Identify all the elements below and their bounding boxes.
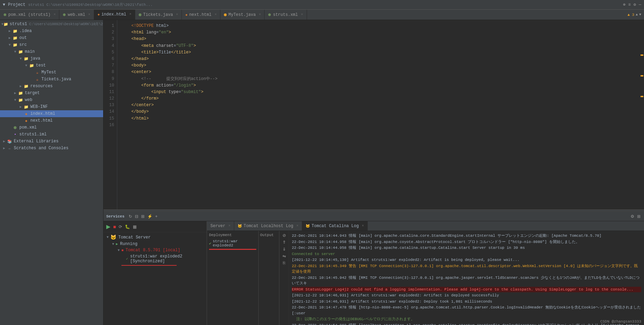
tab-web-xml[interactable]: ⬢ web.xml × bbox=[59, 10, 94, 20]
html-icon-next: ◆ bbox=[23, 118, 29, 123]
tree-index-html[interactable]: ◆ index.html bbox=[0, 110, 103, 117]
tree-mytest[interactable]: ☕ MyTest bbox=[0, 69, 103, 76]
debug-btn[interactable]: 🐛 bbox=[124, 224, 131, 230]
expand-arrow-ext: ▶ bbox=[1, 139, 7, 143]
tree-struts1-root[interactable]: ▼ 📁 struts1 C:\Users\U100926\Desktop\WOR… bbox=[0, 21, 103, 28]
tree-external-libs[interactable]: ▶ 📚 External Libraries bbox=[0, 138, 103, 145]
tab-server[interactable]: Server × bbox=[207, 221, 234, 231]
tab-index-html[interactable]: ◆ index.html × bbox=[94, 10, 135, 20]
tree-main[interactable]: ▼ 📁 main bbox=[0, 48, 103, 55]
folder-icon-src: 📁 bbox=[12, 42, 18, 48]
tree-target[interactable]: ▶ 📁 target bbox=[0, 90, 103, 97]
services-tree: ▼ 🐱 Tomcat Server ▼ ▶ Running ▼ ■ T bbox=[103, 232, 207, 325]
close-catalina-tab[interactable]: × bbox=[362, 224, 364, 228]
mytest-dot bbox=[224, 13, 227, 16]
tree-test[interactable]: ▼ 📁 test bbox=[0, 62, 103, 69]
close-tab-struts[interactable]: × bbox=[301, 13, 303, 17]
output-body: Deployment ✔ struts1:war exploded2 Outpu… bbox=[207, 231, 644, 325]
align-icon[interactable]: ≡ bbox=[628, 2, 631, 7]
code-line-6: </head> bbox=[121, 56, 635, 62]
svc-artifact[interactable]: ✓ struts1:war exploded2 [Synchronized] bbox=[103, 253, 207, 264]
tree-resources[interactable]: ▶ 📁 resources bbox=[0, 83, 103, 90]
tree-scratches[interactable]: ▶ ✏ Scratches and Consoles bbox=[0, 145, 103, 152]
close-tab-tickets[interactable]: × bbox=[176, 13, 178, 17]
tree-web[interactable]: ▼ 📁 web bbox=[0, 97, 103, 103]
add-service-btn[interactable]: + bbox=[155, 213, 158, 220]
copy-btn[interactable]: ⎘ bbox=[283, 261, 285, 265]
arrow-up-icon[interactable]: ▲ bbox=[636, 13, 638, 17]
main-layout: ▼ 📁 struts1 C:\Users\U100926\Desktop\WOR… bbox=[0, 20, 644, 325]
tree-java[interactable]: ▼ 📁 java bbox=[0, 55, 103, 62]
filter-btn[interactable]: ⚡ bbox=[147, 213, 153, 220]
tab-next-html[interactable]: ◆ next.html × bbox=[182, 10, 220, 20]
log-line: ERROR StatusLogger Log4j2 could not find… bbox=[292, 287, 641, 293]
project-icon: ▼ bbox=[3, 2, 5, 7]
collapse-all-btn[interactable]: ⊟ bbox=[134, 213, 139, 220]
wrap-btn[interactable]: ⇋ bbox=[283, 254, 286, 258]
tab-tickets-java[interactable]: Tickets.java × bbox=[135, 10, 182, 20]
svc-tomcat-server[interactable]: ▼ 🐱 Tomcat Server bbox=[103, 234, 207, 241]
folder-icon-webinf: 📁 bbox=[23, 104, 29, 110]
close-tab-mytest[interactable]: × bbox=[259, 13, 261, 17]
svc-tomcat-version[interactable]: ▼ ■ Tomcat 8.5.701 [local] bbox=[103, 247, 207, 253]
arrow-down-icon[interactable]: ▼ bbox=[639, 13, 641, 17]
close-tab-next[interactable]: × bbox=[215, 13, 217, 17]
build-btn[interactable]: ⟳ bbox=[118, 224, 123, 230]
expand-arrow-web: ▼ bbox=[12, 98, 18, 102]
close-tab-web[interactable]: × bbox=[88, 13, 90, 17]
settings-icon[interactable]: ⚙ bbox=[634, 2, 636, 7]
clear-console-btn[interactable]: ⊘ bbox=[283, 233, 286, 238]
editor-scrollbar[interactable] bbox=[639, 20, 644, 210]
tree-src[interactable]: ▼ 📁 src bbox=[0, 41, 103, 48]
close-tab-index[interactable]: × bbox=[129, 12, 131, 16]
tree-struts-iml[interactable]: ▪ struts1.iml bbox=[0, 131, 103, 138]
services-gear-btn[interactable]: ⊞ bbox=[636, 213, 641, 220]
tab-struts-xml[interactable]: ⬢ struts.xml × bbox=[265, 10, 307, 20]
tab-catalina-log[interactable]: 🐱 Tomcat Catalina Log × bbox=[302, 221, 368, 231]
code-content[interactable]: <!DOCTYPE html> <html lang="en"> <head> … bbox=[117, 20, 639, 210]
minimize-icon[interactable]: ─ bbox=[639, 2, 641, 7]
tree-pom-xml[interactable]: ⬢ pom.xml bbox=[0, 124, 103, 131]
catalina-tab-label: Tomcat Catalina Log bbox=[311, 224, 359, 228]
project-sidebar: ▼ 📁 struts1 C:\Users\U100926\Desktop\WOR… bbox=[0, 20, 103, 325]
expand-arrow-idea: ▶ bbox=[7, 29, 12, 33]
services-tools: ↻ ⊟ ⊞ ⚡ + bbox=[128, 213, 158, 220]
next-html-icon: ◆ bbox=[185, 13, 187, 17]
artifact-icon: ✓ bbox=[126, 257, 128, 261]
iml-icon: ▪ bbox=[12, 132, 18, 137]
log-line: 22-Dec-2021 10:14:47.478 情報 [http-nio-80… bbox=[292, 305, 641, 316]
scroll-top-btn[interactable]: ⇑ bbox=[283, 240, 286, 245]
console-output[interactable]: 22-Dec-2021 10:14:44.943 情報 [main] org.a… bbox=[289, 231, 644, 325]
coverage-btn[interactable]: ▦ bbox=[132, 224, 137, 230]
tree-next-html[interactable]: ◆ next.html bbox=[0, 117, 103, 124]
code-line-15: </html> bbox=[121, 115, 635, 122]
services-body: ▶ ■ ⟳ 🐛 ▦ ▼ 🐱 Tomcat Server ▼ bbox=[103, 221, 644, 325]
tree-tickets[interactable]: ☕ Tickets.java bbox=[0, 76, 103, 83]
scroll-indicator-3 bbox=[641, 96, 643, 97]
tree-webinf[interactable]: ▶ 📁 WEB-INF bbox=[0, 103, 103, 110]
editor-content: 1 2 3 4 5 6 7 8 9 10 11 12 13 14 15 16 bbox=[103, 20, 644, 210]
tab-pom-xml[interactable]: ⬢ pom.xml (struts1) × bbox=[0, 10, 59, 20]
svc-artifact-label: struts1:war exploded2 [Synchronized] bbox=[130, 254, 204, 264]
expand-arrow-test: ▼ bbox=[23, 64, 29, 68]
close-tab-pom[interactable]: × bbox=[53, 13, 56, 17]
services-left-panel: ▶ ■ ⟳ 🐛 ▦ ▼ 🐱 Tomcat Server ▼ bbox=[103, 221, 207, 325]
tree-out[interactable]: ▶ 📁 out bbox=[0, 34, 103, 41]
html-icon-index: ◆ bbox=[23, 111, 29, 116]
group-btn[interactable]: ⊞ bbox=[140, 213, 145, 220]
log-line: Connected to server bbox=[292, 251, 641, 257]
svc-running[interactable]: ▼ ▶ Running bbox=[103, 241, 207, 247]
pom-xml-icon: ⬢ bbox=[3, 13, 7, 17]
new-file-icon[interactable]: ⊕ bbox=[623, 2, 625, 7]
warning-badge[interactable]: ▲ 3 bbox=[627, 13, 634, 17]
services-settings-btn[interactable]: ⚙ bbox=[630, 213, 635, 220]
close-localhost-tab[interactable]: × bbox=[296, 224, 298, 228]
tab-localhost-log[interactable]: 🐱 Tomcat Localhost Log × bbox=[234, 221, 302, 231]
tree-idea[interactable]: ▶ 📁 .idea bbox=[0, 28, 103, 34]
close-server-tab[interactable]: × bbox=[228, 224, 230, 228]
stop-btn[interactable]: ■ bbox=[112, 223, 117, 230]
scroll-bottom-btn[interactable]: ⇓ bbox=[283, 247, 286, 252]
start-btn[interactable]: ▶ bbox=[106, 223, 111, 231]
tab-mytest-java[interactable]: MyTest.java × bbox=[220, 10, 265, 20]
refresh-btn[interactable]: ↻ bbox=[128, 213, 133, 220]
